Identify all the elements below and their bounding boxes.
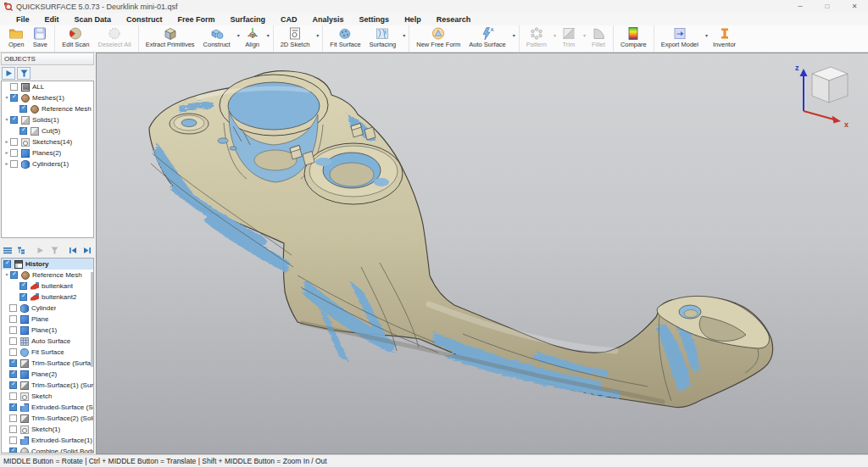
align-button[interactable]: Align	[241, 25, 264, 49]
history-row-auto-surface[interactable]: Auto Surface	[2, 336, 93, 347]
history-row-trim-surface1[interactable]: Trim-Surface(1) (Surfac	[2, 380, 93, 391]
construct-button[interactable]: Construct	[199, 25, 235, 49]
tree-row-solids[interactable]: Solids(1)	[2, 114, 93, 125]
axis-triad[interactable]: z x	[788, 60, 856, 130]
tree-row-cylinders[interactable]: Cylinders(1)	[2, 158, 93, 170]
checkbox[interactable]	[9, 337, 17, 345]
history-row-extruded-surface1[interactable]: Extruded-Surface(1) (S	[2, 435, 93, 446]
edit-scan-button[interactable]: Edit Scan	[58, 25, 93, 49]
viewport-3d[interactable]: z x	[96, 53, 868, 454]
maximize-button[interactable]	[814, 0, 841, 13]
close-button[interactable]	[841, 0, 868, 13]
history-row-reference-mesh[interactable]: Reference Mesh	[2, 270, 93, 281]
checkbox[interactable]	[19, 105, 27, 113]
skip-start-icon[interactable]	[67, 244, 79, 257]
checkbox[interactable]	[9, 414, 17, 422]
history-row-plane1[interactable]: Plane(1)	[2, 325, 93, 336]
menu-scan-data[interactable]: Scan Data	[67, 15, 120, 24]
history-row-sketch1[interactable]: Sketch(1)	[2, 424, 93, 435]
tree-view-icon[interactable]	[15, 244, 27, 257]
checkbox[interactable]	[10, 149, 18, 157]
checkbox[interactable]	[9, 425, 17, 433]
history-row-history[interactable]: History	[2, 259, 93, 270]
history-row-buitenkant[interactable]: buitenkant	[2, 281, 93, 292]
list-view-icon[interactable]	[2, 244, 14, 257]
compare-button[interactable]: Compare	[616, 25, 651, 49]
export-model-button[interactable]: Export Model	[657, 25, 703, 49]
inventor-button[interactable]: Inventor	[709, 25, 740, 49]
checkbox[interactable]	[10, 83, 18, 91]
checkbox[interactable]	[19, 127, 27, 135]
door-handle-model[interactable]	[97, 53, 866, 454]
history-row-trim-surface[interactable]: Trim-Surface (Surface E	[2, 358, 93, 369]
menu-help[interactable]: Help	[397, 15, 429, 24]
history-row-plane2[interactable]: Plane(2)	[2, 369, 93, 380]
menu-research[interactable]: Research	[429, 15, 479, 24]
surfacing-button[interactable]: Surfacing	[365, 25, 401, 49]
checkbox[interactable]	[9, 359, 17, 367]
chevron-down-icon[interactable]	[3, 114, 10, 125]
skip-end-icon[interactable]	[81, 244, 93, 257]
history-row-plane[interactable]: Plane	[2, 314, 93, 325]
checkbox[interactable]	[10, 160, 18, 168]
menu-cad[interactable]: CAD	[273, 15, 305, 24]
checkbox[interactable]	[9, 326, 17, 334]
history-row-cylinder[interactable]: Cylinder	[2, 303, 93, 314]
checkbox[interactable]	[19, 293, 27, 301]
menu-edit[interactable]: Edit	[37, 15, 67, 24]
2d-sketch-button[interactable]: 2D Sketch	[276, 25, 314, 49]
filter-icon-disabled[interactable]	[48, 244, 60, 257]
open-button[interactable]: Open	[4, 25, 28, 49]
checkbox[interactable]	[9, 392, 17, 400]
minimize-button[interactable]	[787, 0, 814, 13]
checkbox[interactable]	[9, 304, 17, 312]
menu-construct[interactable]: Construct	[119, 15, 170, 24]
chevron-right-icon[interactable]	[3, 147, 10, 158]
menu-surfacing[interactable]: Surfacing	[223, 15, 274, 24]
play-icon-disabled[interactable]	[35, 244, 47, 257]
checkbox[interactable]	[10, 116, 18, 124]
tree-row-cut[interactable]: Cut(5)	[2, 125, 93, 136]
checkbox[interactable]	[9, 381, 17, 389]
save-button[interactable]: Save	[28, 25, 52, 49]
checkbox[interactable]	[9, 436, 17, 444]
play-icon[interactable]	[2, 67, 15, 80]
tree-row-planes[interactable]: Planes(2)	[2, 147, 93, 158]
checkbox[interactable]	[9, 315, 17, 323]
checkbox[interactable]	[9, 370, 17, 378]
checkbox[interactable]	[9, 403, 17, 411]
auto-surface-button[interactable]: A Auto Surface	[465, 25, 509, 49]
new-free-form-button[interactable]: New Free Form	[412, 25, 465, 49]
fit-surface-button[interactable]: Fit Surface	[326, 25, 364, 49]
chevron-right-icon[interactable]	[3, 136, 10, 147]
extract-primitives-button[interactable]: Extract Primitives	[142, 25, 199, 49]
checkbox[interactable]	[10, 138, 18, 146]
checkbox[interactable]	[3, 260, 11, 268]
history-row-extruded-surface[interactable]: Extruded-Surface (Solid	[2, 402, 93, 413]
history-scrollbar[interactable]	[91, 272, 93, 367]
history-row-combine[interactable]: Combine (Solid Body)	[2, 446, 93, 453]
filter-icon[interactable]	[17, 67, 31, 80]
checkbox[interactable]	[10, 94, 18, 102]
history-row-fit-surface[interactable]: Fit Surface	[2, 347, 93, 358]
menu-analysis[interactable]: Analysis	[305, 15, 352, 24]
trim-button[interactable]: Trim	[557, 25, 581, 49]
tree-row-reference-mesh[interactable]: Reference Mesh (T: 62	[2, 103, 93, 114]
history-row-trim-surface2[interactable]: Trim-Surface(2) (Solid E	[2, 413, 93, 424]
chevron-right-icon[interactable]	[3, 158, 10, 170]
tree-row-all[interactable]: ALL	[2, 81, 93, 92]
checkbox[interactable]	[19, 282, 27, 290]
tree-row-sketches[interactable]: Sketches(14)	[2, 136, 93, 147]
deselect-all-button[interactable]: Deselect All	[93, 25, 135, 49]
menu-settings[interactable]: Settings	[352, 15, 398, 24]
history-row-buitenkant2[interactable]: buitenkant2	[2, 292, 93, 303]
tree-row-meshes[interactable]: Meshes(1)	[2, 92, 93, 103]
checkbox[interactable]	[9, 448, 17, 453]
pattern-button[interactable]: Pattern	[522, 25, 551, 49]
checkbox[interactable]	[9, 348, 17, 356]
menu-free-form[interactable]: Free Form	[170, 15, 223, 24]
history-row-sketch[interactable]: Sketch	[2, 391, 93, 402]
checkbox[interactable]	[10, 271, 18, 279]
menu-file[interactable]: File	[8, 15, 37, 24]
chevron-down-icon[interactable]	[3, 270, 10, 281]
